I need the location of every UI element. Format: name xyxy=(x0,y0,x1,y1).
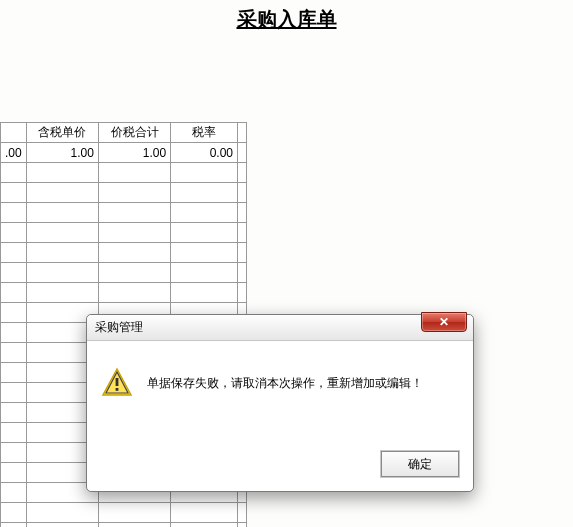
table-row[interactable] xyxy=(1,183,247,203)
table-row[interactable]: .00 1.00 1.00 0.00 xyxy=(1,143,247,163)
dialog-title: 采购管理 xyxy=(95,319,143,336)
dialog-message: 单据保存失败，请取消本次操作，重新增加或编辑！ xyxy=(147,367,423,392)
table-row[interactable] xyxy=(1,523,247,528)
dialog-footer: 确定 xyxy=(381,451,459,477)
warning-icon xyxy=(101,367,133,399)
table-row[interactable] xyxy=(1,163,247,183)
page-title: 采购入库单 xyxy=(0,0,573,33)
cell-total[interactable]: 1.00 xyxy=(98,143,170,163)
error-dialog: 采购管理 ✕ 单据保存失败，请取消本次操作，重新增加或编辑！ 确定 xyxy=(86,314,474,492)
col-total: 价税合计 xyxy=(98,123,170,143)
table-row[interactable] xyxy=(1,223,247,243)
table-row[interactable] xyxy=(1,283,247,303)
close-button[interactable]: ✕ xyxy=(421,312,467,332)
cell-partial[interactable]: .00 xyxy=(1,143,27,163)
table-row[interactable] xyxy=(1,263,247,283)
cell-unit-price[interactable]: 1.00 xyxy=(26,143,98,163)
table-row[interactable] xyxy=(1,503,247,523)
close-icon: ✕ xyxy=(439,315,449,329)
svg-rect-3 xyxy=(116,388,119,391)
col-tail xyxy=(237,123,246,143)
ok-button[interactable]: 确定 xyxy=(381,451,459,477)
cell-tax-rate[interactable]: 0.00 xyxy=(171,143,238,163)
table-row[interactable] xyxy=(1,243,247,263)
col-partial xyxy=(1,123,27,143)
table-header-row: 含税单价 价税合计 税率 xyxy=(1,123,247,143)
svg-rect-2 xyxy=(116,378,119,386)
dialog-titlebar[interactable]: 采购管理 ✕ xyxy=(87,315,473,341)
cell-tail[interactable] xyxy=(237,143,246,163)
col-unit-price: 含税单价 xyxy=(26,123,98,143)
table-row[interactable] xyxy=(1,203,247,223)
col-tax-rate: 税率 xyxy=(171,123,238,143)
dialog-body: 单据保存失败，请取消本次操作，重新增加或编辑！ xyxy=(87,341,473,399)
